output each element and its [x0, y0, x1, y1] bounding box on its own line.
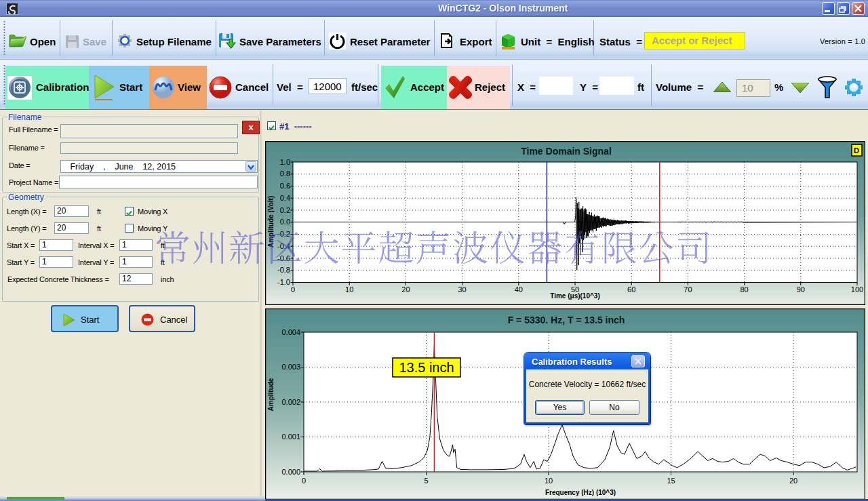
svg-text:-0.4: -0.4: [277, 242, 290, 250]
svg-text:0: 0: [291, 285, 295, 294]
svg-text:-0.8: -0.8: [277, 266, 290, 274]
svg-text:100: 100: [851, 285, 863, 294]
svg-text:5: 5: [424, 477, 428, 485]
svg-text:15: 15: [667, 477, 675, 485]
svg-text:0.2: 0.2: [280, 206, 290, 214]
svg-text:60: 60: [627, 285, 635, 294]
svg-text:0.4: 0.4: [280, 194, 290, 202]
svg-text:70: 70: [684, 285, 692, 294]
svg-text:F = 5330. Hz, T = 13.5 inch: F = 5330. Hz, T = 13.5 inch: [508, 315, 625, 325]
svg-text:10: 10: [345, 285, 353, 294]
svg-text:0.001: 0.001: [281, 433, 300, 441]
svg-text:0.002: 0.002: [281, 398, 300, 406]
svg-text:Time Domain Signal: Time Domain Signal: [521, 146, 612, 157]
svg-text:0.004: 0.004: [281, 328, 300, 336]
svg-text:Time (μs)(10^3): Time (μs)(10^3): [550, 292, 599, 300]
svg-text:Amplitude (Volt): Amplitude (Volt): [267, 196, 275, 247]
svg-text:0.003: 0.003: [281, 363, 300, 371]
svg-text:10: 10: [545, 477, 553, 485]
svg-text:0.8: 0.8: [280, 169, 290, 178]
svg-text:-0.6: -0.6: [277, 254, 290, 262]
svg-text:0.6: 0.6: [280, 182, 290, 190]
svg-text:-0.2: -0.2: [277, 230, 290, 238]
svg-text:1.0: 1.0: [280, 158, 290, 166]
svg-text:Amplitude: Amplitude: [267, 378, 275, 411]
svg-text:Frequency (Hz) (10^3): Frequency (Hz) (10^3): [545, 489, 616, 496]
svg-text:20: 20: [789, 477, 797, 485]
svg-text:40: 40: [515, 285, 523, 294]
svg-text:80: 80: [740, 285, 748, 294]
svg-text:D: D: [854, 146, 859, 155]
svg-text:-1.0: -1.0: [277, 278, 290, 286]
svg-text:30: 30: [458, 285, 466, 294]
svg-text:90: 90: [797, 285, 805, 294]
svg-text:0.0: 0.0: [280, 218, 290, 226]
svg-text:0.000: 0.000: [281, 468, 300, 476]
svg-text:20: 20: [401, 285, 410, 294]
svg-text:0: 0: [302, 477, 306, 485]
svg-text:13.5 inch: 13.5 inch: [399, 360, 454, 375]
